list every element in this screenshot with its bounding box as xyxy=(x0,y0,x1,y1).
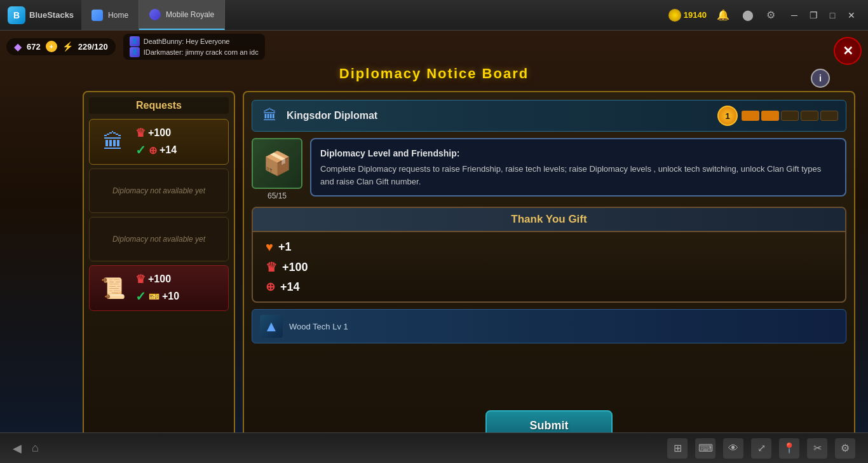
friendship-level-badge: 1 xyxy=(717,106,738,126)
close-modal-btn[interactable]: ✕ xyxy=(834,37,862,65)
bottom-request: ▲ Wood Tech Lv 1 xyxy=(252,309,846,343)
circle-icon[interactable]: ⬤ xyxy=(740,6,756,24)
chat-area: 👤 DeathBunny: Hey Everyone 👤 IDarkmaster… xyxy=(123,34,265,60)
request-item-2: Diplomacy not available yet xyxy=(89,169,229,213)
tab-home[interactable]: Home xyxy=(81,0,139,30)
shield-icon-1: ⊕ xyxy=(149,144,157,156)
thank-you-header: Thank You Gift xyxy=(253,208,845,232)
thank-you-rewards: ♥ +1 ♛ +100 ⊕ +14 xyxy=(253,232,845,301)
back-icon[interactable]: ◀ xyxy=(13,441,22,455)
reward-line-1b: ✓ ⊕ +14 xyxy=(135,142,177,158)
hud-resources: ◆ 672 + ⚡ 229/120 xyxy=(6,38,116,55)
keyboard-icon-btn[interactable]: ⌨ xyxy=(695,438,715,459)
coin-amount: 19140 xyxy=(684,10,707,20)
chat-msg-1: DeathBunny: Hey Everyone xyxy=(144,38,230,45)
taskbar-right: 19140 🔔 ⬤ ⚙ ─ ❐ □ ✕ xyxy=(668,6,868,24)
right-panel: 🏛 Kingsdor Diplomat 1 xyxy=(243,91,855,450)
reward-val-4b: +10 xyxy=(162,291,179,302)
item-display: 📦 65/15 xyxy=(252,138,302,200)
maximize-btn[interactable]: □ xyxy=(824,6,841,24)
modal-content: Requests 🏛 ♛ +100 ✓ ⊕ +14 xyxy=(83,91,855,450)
lightning-icon: ⚡ xyxy=(62,41,73,52)
bottom-right-icons: ⊞ ⌨ 👁 ⤢ 📍 ✂ ⚙ xyxy=(667,438,855,459)
arrow-up-icon: ▲ xyxy=(264,317,279,335)
reward-val-1b: +14 xyxy=(159,144,177,156)
f-bar-3 xyxy=(781,111,799,121)
ty-reward-heart: ♥ +1 xyxy=(266,240,832,254)
bluestacks-logo: B BlueStacks xyxy=(0,6,81,24)
shield-icon-ty: ⊕ xyxy=(266,280,275,294)
brand-label: BlueStacks xyxy=(29,10,74,20)
bottom-left-icons: ◀ ⌂ xyxy=(13,441,39,455)
request-item-4[interactable]: 📜 ♛ +100 ✓ 🎫 +10 xyxy=(89,265,229,311)
ty-reward-shield: ⊕ +14 xyxy=(266,280,832,294)
bell-icon[interactable]: 🔔 xyxy=(714,6,732,24)
tab-mobile-royale[interactable]: Mobile Royale xyxy=(139,0,225,30)
unavailable-text-2: Diplomacy not available yet xyxy=(112,186,205,195)
f-bar-2 xyxy=(761,111,779,121)
close-btn[interactable]: ✕ xyxy=(843,6,860,24)
gem-count: 672 xyxy=(27,42,41,52)
ty-heart-val: +1 xyxy=(278,240,292,254)
bluestacks-icon: B xyxy=(8,6,25,24)
grid-icon-btn[interactable]: ⊞ xyxy=(667,438,688,459)
check-icon-1: ✓ xyxy=(135,142,146,158)
tab-mobile-royale-label: Mobile Royale xyxy=(166,10,214,19)
request-icon-1: 🏛 xyxy=(97,126,129,158)
request-item-1[interactable]: 🏛 ♛ +100 ✓ ⊕ +14 xyxy=(89,119,229,165)
diplomacy-symbol-1: 🏛 xyxy=(103,130,123,154)
diplomat-icon: 🏛 xyxy=(260,106,280,126)
item-box: 📦 xyxy=(252,138,302,189)
home-icon[interactable]: ⌂ xyxy=(32,441,39,455)
minimize-btn[interactable]: ─ xyxy=(785,6,803,24)
chat-msg-2: IDarkmaster: jimmy crack corn an idc xyxy=(144,48,259,56)
crown-icon-ty: ♛ xyxy=(266,259,277,275)
tooltip-text: Complete Diplomacy requests to raise Fri… xyxy=(320,163,836,188)
f-bar-1 xyxy=(742,111,759,121)
chat-line-2: 👤 IDarkmaster: jimmy crack corn an idc xyxy=(130,47,259,57)
tooltip-box: Diplomacy Level and Friendship: Complete… xyxy=(310,138,846,197)
resize-icon-btn[interactable]: ⤢ xyxy=(751,438,771,459)
gems-plus-btn[interactable]: + xyxy=(46,41,57,52)
chat-line-1: 👤 DeathBunny: Hey Everyone xyxy=(130,36,259,46)
diplomat-name: Kingsdor Diplomat xyxy=(287,110,711,121)
hud-top: ◆ 672 + ⚡ 229/120 👤 DeathBunny: Hey Ever… xyxy=(0,31,868,62)
eye-icon-btn[interactable]: 👁 xyxy=(723,438,743,459)
ty-reward-crown: ♛ +100 xyxy=(266,259,832,275)
check-icon-4: ✓ xyxy=(135,289,146,304)
info-btn[interactable]: i xyxy=(811,69,830,88)
tech-icon: ▲ xyxy=(260,315,283,338)
friendship-section: 1 xyxy=(717,106,838,126)
coin-display: 19140 xyxy=(668,9,707,22)
scroll-symbol-4: 📜 xyxy=(100,276,126,300)
request-rewards-4: ♛ +100 ✓ 🎫 +10 xyxy=(135,272,179,304)
ty-crown-val: +100 xyxy=(282,261,308,274)
request-rewards-1: ♛ +100 ✓ ⊕ +14 xyxy=(135,126,177,158)
reward-line-1a: ♛ +100 xyxy=(135,126,177,140)
scissors-icon-btn[interactable]: ✂ xyxy=(807,438,827,459)
bottom-taskbar: ◀ ⌂ ⊞ ⌨ 👁 ⤢ 📍 ✂ ⚙ xyxy=(0,432,868,463)
settings-icon[interactable]: ⚙ xyxy=(764,6,778,24)
item-count: 65/15 xyxy=(268,191,287,200)
reward-val-4a: +100 xyxy=(148,273,171,285)
board-title: Diplomacy Notice Board xyxy=(339,66,529,82)
tooltip-title: Diplomacy Level and Friendship: xyxy=(320,147,836,160)
item-image: 📦 xyxy=(263,150,292,177)
gift-area: 📦 65/15 Diplomacy Level and Friendship: … xyxy=(252,138,846,200)
requests-title: Requests xyxy=(89,97,229,114)
friendship-bars xyxy=(742,111,838,121)
settings2-icon-btn[interactable]: ⚙ xyxy=(835,438,855,459)
ticket-icon-4: 🎫 xyxy=(149,291,159,301)
energy-count: 229/120 xyxy=(78,42,108,52)
location-icon-btn[interactable]: 📍 xyxy=(779,438,799,459)
coin-icon xyxy=(668,9,681,22)
chat-avatar-1: 👤 xyxy=(130,36,140,46)
reward-line-4b: ✓ 🎫 +10 xyxy=(135,289,179,304)
gem-icon: ◆ xyxy=(14,41,22,53)
request-icon-4: 📜 xyxy=(97,272,129,304)
thank-you-section: Thank You Gift ♥ +1 ♛ +100 ⊕ +14 xyxy=(252,207,846,303)
restore-btn[interactable]: ❐ xyxy=(804,6,822,24)
reward-line-4a: ♛ +100 xyxy=(135,272,179,286)
reward-val-1a: +100 xyxy=(148,127,171,139)
window-controls: ─ ❐ □ ✕ xyxy=(785,6,860,24)
